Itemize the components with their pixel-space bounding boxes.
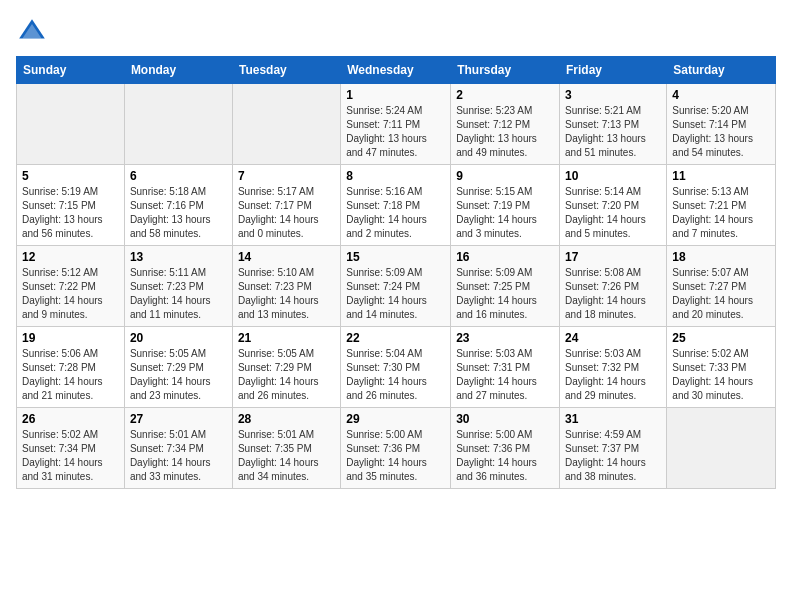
calendar-cell: 30Sunrise: 5:00 AMSunset: 7:36 PMDayligh… bbox=[451, 408, 560, 489]
calendar-cell: 17Sunrise: 5:08 AMSunset: 7:26 PMDayligh… bbox=[560, 246, 667, 327]
calendar-week-row: 5Sunrise: 5:19 AMSunset: 7:15 PMDaylight… bbox=[17, 165, 776, 246]
calendar-cell: 15Sunrise: 5:09 AMSunset: 7:24 PMDayligh… bbox=[341, 246, 451, 327]
calendar-cell: 9Sunrise: 5:15 AMSunset: 7:19 PMDaylight… bbox=[451, 165, 560, 246]
calendar-cell: 1Sunrise: 5:24 AMSunset: 7:11 PMDaylight… bbox=[341, 84, 451, 165]
day-number: 21 bbox=[238, 331, 335, 345]
header bbox=[16, 16, 776, 48]
day-info: Sunrise: 5:15 AMSunset: 7:19 PMDaylight:… bbox=[456, 185, 554, 241]
day-number: 30 bbox=[456, 412, 554, 426]
day-info: Sunrise: 5:13 AMSunset: 7:21 PMDaylight:… bbox=[672, 185, 770, 241]
day-number: 18 bbox=[672, 250, 770, 264]
weekday-header-row: SundayMondayTuesdayWednesdayThursdayFrid… bbox=[17, 57, 776, 84]
day-info: Sunrise: 5:06 AMSunset: 7:28 PMDaylight:… bbox=[22, 347, 119, 403]
calendar-cell: 26Sunrise: 5:02 AMSunset: 7:34 PMDayligh… bbox=[17, 408, 125, 489]
weekday-header: Wednesday bbox=[341, 57, 451, 84]
day-number: 22 bbox=[346, 331, 445, 345]
day-number: 23 bbox=[456, 331, 554, 345]
day-number: 27 bbox=[130, 412, 227, 426]
day-info: Sunrise: 4:59 AMSunset: 7:37 PMDaylight:… bbox=[565, 428, 661, 484]
day-number: 20 bbox=[130, 331, 227, 345]
day-number: 11 bbox=[672, 169, 770, 183]
weekday-header: Friday bbox=[560, 57, 667, 84]
day-number: 13 bbox=[130, 250, 227, 264]
day-number: 1 bbox=[346, 88, 445, 102]
day-number: 17 bbox=[565, 250, 661, 264]
day-number: 10 bbox=[565, 169, 661, 183]
day-number: 14 bbox=[238, 250, 335, 264]
day-info: Sunrise: 5:09 AMSunset: 7:25 PMDaylight:… bbox=[456, 266, 554, 322]
calendar-cell: 18Sunrise: 5:07 AMSunset: 7:27 PMDayligh… bbox=[667, 246, 776, 327]
calendar-cell: 25Sunrise: 5:02 AMSunset: 7:33 PMDayligh… bbox=[667, 327, 776, 408]
day-info: Sunrise: 5:16 AMSunset: 7:18 PMDaylight:… bbox=[346, 185, 445, 241]
day-info: Sunrise: 5:10 AMSunset: 7:23 PMDaylight:… bbox=[238, 266, 335, 322]
day-info: Sunrise: 5:08 AMSunset: 7:26 PMDaylight:… bbox=[565, 266, 661, 322]
calendar-cell: 14Sunrise: 5:10 AMSunset: 7:23 PMDayligh… bbox=[232, 246, 340, 327]
calendar-cell: 6Sunrise: 5:18 AMSunset: 7:16 PMDaylight… bbox=[124, 165, 232, 246]
calendar-cell: 10Sunrise: 5:14 AMSunset: 7:20 PMDayligh… bbox=[560, 165, 667, 246]
day-number: 2 bbox=[456, 88, 554, 102]
day-info: Sunrise: 5:07 AMSunset: 7:27 PMDaylight:… bbox=[672, 266, 770, 322]
calendar-cell: 4Sunrise: 5:20 AMSunset: 7:14 PMDaylight… bbox=[667, 84, 776, 165]
calendar-cell: 8Sunrise: 5:16 AMSunset: 7:18 PMDaylight… bbox=[341, 165, 451, 246]
weekday-header: Sunday bbox=[17, 57, 125, 84]
weekday-header: Monday bbox=[124, 57, 232, 84]
day-number: 12 bbox=[22, 250, 119, 264]
calendar-week-row: 26Sunrise: 5:02 AMSunset: 7:34 PMDayligh… bbox=[17, 408, 776, 489]
day-info: Sunrise: 5:00 AMSunset: 7:36 PMDaylight:… bbox=[456, 428, 554, 484]
day-info: Sunrise: 5:17 AMSunset: 7:17 PMDaylight:… bbox=[238, 185, 335, 241]
calendar-cell: 3Sunrise: 5:21 AMSunset: 7:13 PMDaylight… bbox=[560, 84, 667, 165]
weekday-header: Saturday bbox=[667, 57, 776, 84]
day-info: Sunrise: 5:11 AMSunset: 7:23 PMDaylight:… bbox=[130, 266, 227, 322]
day-info: Sunrise: 5:05 AMSunset: 7:29 PMDaylight:… bbox=[130, 347, 227, 403]
day-info: Sunrise: 5:14 AMSunset: 7:20 PMDaylight:… bbox=[565, 185, 661, 241]
day-number: 6 bbox=[130, 169, 227, 183]
day-number: 9 bbox=[456, 169, 554, 183]
day-number: 28 bbox=[238, 412, 335, 426]
calendar-cell: 28Sunrise: 5:01 AMSunset: 7:35 PMDayligh… bbox=[232, 408, 340, 489]
day-number: 8 bbox=[346, 169, 445, 183]
weekday-header: Tuesday bbox=[232, 57, 340, 84]
day-number: 25 bbox=[672, 331, 770, 345]
day-info: Sunrise: 5:09 AMSunset: 7:24 PMDaylight:… bbox=[346, 266, 445, 322]
calendar-cell: 29Sunrise: 5:00 AMSunset: 7:36 PMDayligh… bbox=[341, 408, 451, 489]
calendar-cell: 19Sunrise: 5:06 AMSunset: 7:28 PMDayligh… bbox=[17, 327, 125, 408]
calendar-cell: 27Sunrise: 5:01 AMSunset: 7:34 PMDayligh… bbox=[124, 408, 232, 489]
calendar-cell bbox=[667, 408, 776, 489]
calendar-cell: 5Sunrise: 5:19 AMSunset: 7:15 PMDaylight… bbox=[17, 165, 125, 246]
calendar-cell: 31Sunrise: 4:59 AMSunset: 7:37 PMDayligh… bbox=[560, 408, 667, 489]
calendar-week-row: 19Sunrise: 5:06 AMSunset: 7:28 PMDayligh… bbox=[17, 327, 776, 408]
day-number: 29 bbox=[346, 412, 445, 426]
day-number: 24 bbox=[565, 331, 661, 345]
day-info: Sunrise: 5:00 AMSunset: 7:36 PMDaylight:… bbox=[346, 428, 445, 484]
day-info: Sunrise: 5:01 AMSunset: 7:34 PMDaylight:… bbox=[130, 428, 227, 484]
weekday-header: Thursday bbox=[451, 57, 560, 84]
page: SundayMondayTuesdayWednesdayThursdayFrid… bbox=[0, 0, 792, 505]
calendar-cell: 20Sunrise: 5:05 AMSunset: 7:29 PMDayligh… bbox=[124, 327, 232, 408]
day-number: 26 bbox=[22, 412, 119, 426]
day-info: Sunrise: 5:02 AMSunset: 7:34 PMDaylight:… bbox=[22, 428, 119, 484]
day-info: Sunrise: 5:19 AMSunset: 7:15 PMDaylight:… bbox=[22, 185, 119, 241]
day-info: Sunrise: 5:01 AMSunset: 7:35 PMDaylight:… bbox=[238, 428, 335, 484]
day-info: Sunrise: 5:12 AMSunset: 7:22 PMDaylight:… bbox=[22, 266, 119, 322]
day-info: Sunrise: 5:21 AMSunset: 7:13 PMDaylight:… bbox=[565, 104, 661, 160]
day-info: Sunrise: 5:03 AMSunset: 7:32 PMDaylight:… bbox=[565, 347, 661, 403]
calendar-cell bbox=[232, 84, 340, 165]
day-number: 31 bbox=[565, 412, 661, 426]
day-number: 4 bbox=[672, 88, 770, 102]
day-number: 3 bbox=[565, 88, 661, 102]
calendar-cell: 11Sunrise: 5:13 AMSunset: 7:21 PMDayligh… bbox=[667, 165, 776, 246]
calendar-table: SundayMondayTuesdayWednesdayThursdayFrid… bbox=[16, 56, 776, 489]
logo-icon bbox=[16, 16, 48, 48]
day-info: Sunrise: 5:24 AMSunset: 7:11 PMDaylight:… bbox=[346, 104, 445, 160]
calendar-cell: 21Sunrise: 5:05 AMSunset: 7:29 PMDayligh… bbox=[232, 327, 340, 408]
calendar-week-row: 12Sunrise: 5:12 AMSunset: 7:22 PMDayligh… bbox=[17, 246, 776, 327]
calendar-cell: 7Sunrise: 5:17 AMSunset: 7:17 PMDaylight… bbox=[232, 165, 340, 246]
calendar-cell: 12Sunrise: 5:12 AMSunset: 7:22 PMDayligh… bbox=[17, 246, 125, 327]
day-info: Sunrise: 5:20 AMSunset: 7:14 PMDaylight:… bbox=[672, 104, 770, 160]
day-number: 15 bbox=[346, 250, 445, 264]
calendar-cell: 24Sunrise: 5:03 AMSunset: 7:32 PMDayligh… bbox=[560, 327, 667, 408]
day-number: 5 bbox=[22, 169, 119, 183]
calendar-cell: 23Sunrise: 5:03 AMSunset: 7:31 PMDayligh… bbox=[451, 327, 560, 408]
calendar-cell bbox=[124, 84, 232, 165]
calendar-cell: 22Sunrise: 5:04 AMSunset: 7:30 PMDayligh… bbox=[341, 327, 451, 408]
